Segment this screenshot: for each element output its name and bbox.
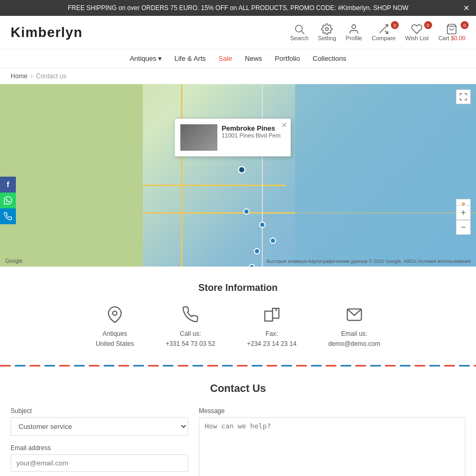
contact-left-column: Subject Customer service Email address A… [11,407,188,476]
facebook-button[interactable]: f [0,177,16,193]
store-info-fax-text: Fax: +234 23 14 23 14 [247,329,297,349]
svg-point-3 [352,25,355,29]
cart-icon [446,23,457,35]
nav-sale[interactable]: Sale [218,54,232,62]
gear-icon [321,23,333,35]
contact-title: Contact Us [11,382,465,395]
store-info-fax: Fax: +234 23 14 23 14 [247,306,297,349]
location-icon-wrapper [106,306,123,325]
map-road [262,84,263,267]
svg-line-5 [385,31,388,34]
logo[interactable]: Kimberlyn [11,24,83,41]
cart-button[interactable]: 0 Cart $0.00 [438,23,465,41]
cart-label: Cart $0.00 [438,35,465,41]
message-label: Message [199,407,465,415]
store-info-section: Store Information Antiques United States… [0,267,476,365]
store-info-location-text: Antiques United States [96,329,134,349]
contact-section: Contact Us Subject Customer service Emai… [0,367,476,476]
store-info-phone-text: Call us: +331 54 73 03 52 [166,329,215,349]
map-road [181,84,182,267]
cart-badge: 0 [461,21,469,29]
map-zoom-out[interactable]: − [456,220,471,235]
svg-point-2 [326,28,329,31]
breadcrumb: Home › Contact us [0,68,476,84]
compare-label: Compare [372,35,396,41]
svg-line-1 [301,31,304,34]
setting-label: Setting [318,35,336,41]
search-button[interactable]: Search [290,23,308,41]
compare-button[interactable]: 0 Compare [372,23,396,41]
subject-label: Subject [11,407,188,415]
svg-point-0 [296,25,303,32]
phone-icon [4,212,12,221]
email-label: Email address [11,444,188,452]
contact-right-column: Message [199,407,465,476]
phone-button[interactable] [0,208,16,224]
banner-close[interactable]: ✕ [463,4,470,12]
map-zoom-in[interactable]: + [456,205,471,220]
nav-life-arts[interactable]: Life & Arts [175,54,206,62]
banner-text: FREE SHIPPING on over ORDERS 75 EURO. 15… [68,4,408,12]
store-info-title: Store Information [11,282,465,294]
setting-button[interactable]: Setting [318,23,336,41]
map-container[interactable]: Pembroke Pines 11001 Pines Blvd Pem ✕ f … [0,84,476,267]
nav-collections[interactable]: Collections [313,54,346,62]
svg-rect-9 [264,311,272,321]
map-google-logo: Google [5,258,22,264]
main-nav: Antiques ▾ Life & Arts Sale News Portfol… [0,49,476,68]
map-pin-hollywood[interactable] [259,222,266,228]
map-water [295,84,476,267]
map-pin-aventura[interactable] [270,237,276,244]
wishlist-label: Wish List [405,35,429,41]
map-background: Pembroke Pines 11001 Pines Blvd Pem ✕ f … [0,84,476,267]
nav-news[interactable]: News [245,54,262,62]
map-pin-davie[interactable] [243,208,250,215]
map-popup-info: Pembroke Pines 11001 Pines Blvd Pem [222,124,280,151]
map-fullscreen-button[interactable] [456,89,471,104]
svg-point-7 [462,203,464,205]
map-pin-pembroke[interactable] [238,166,245,173]
map-popup-address: 11001 Pines Blvd Pem [222,132,280,139]
email-icon [346,306,363,323]
email-group: Email address [11,444,188,472]
social-float-buttons: f [0,177,16,224]
breadcrumb-separator: › [31,72,33,80]
subject-group: Subject Customer service [11,407,188,436]
store-info-phone: Call us: +331 54 73 03 52 [166,306,215,349]
top-banner: FREE SHIPPING on over ORDERS 75 EURO. 15… [0,0,476,16]
heart-icon [411,23,423,35]
store-info-grid: Antiques United States Call us: +331 54 … [11,306,465,349]
phone-icon-store [182,306,199,323]
store-info-location: Antiques United States [96,306,134,349]
header-icons: Search Setting Profile 0 Compare 0 Wish … [290,23,465,41]
search-label: Search [290,35,308,41]
store-info-email: Email us: demo@demo.com [328,306,380,349]
wishlist-button[interactable]: 0 Wish List [405,23,429,41]
map-popup-image [180,124,217,151]
svg-point-8 [113,311,117,315]
fax-icon-wrapper [263,306,280,325]
contact-form-grid: Subject Customer service Email address A… [11,407,465,476]
whatsapp-button[interactable] [0,193,16,208]
map-popup-title: Pembroke Pines [222,124,280,132]
message-textarea[interactable] [199,417,465,476]
map-pin-miami-lakes[interactable] [254,248,260,254]
nav-antiques[interactable]: Antiques ▾ [130,54,162,62]
fax-icon [263,306,280,323]
profile-button[interactable]: Profile [346,23,362,41]
breadcrumb-home[interactable]: Home [11,72,28,80]
profile-icon [348,23,360,35]
subject-select[interactable]: Customer service [11,417,188,436]
map-pin-hialeah[interactable] [249,264,255,267]
nav-portfolio[interactable]: Portfolio [275,54,300,62]
compare-icon [378,23,389,35]
profile-label: Profile [346,35,362,41]
map-popup-close[interactable]: ✕ [281,121,287,129]
header: Kimberlyn Search Setting Profile 0 Compa… [0,16,476,49]
map-land [0,84,143,267]
email-input[interactable] [11,454,188,472]
store-info-email-text: Email us: demo@demo.com [328,329,380,349]
wishlist-badge: 0 [424,21,432,29]
phone-icon-wrapper [182,306,199,325]
search-icon [294,23,305,35]
